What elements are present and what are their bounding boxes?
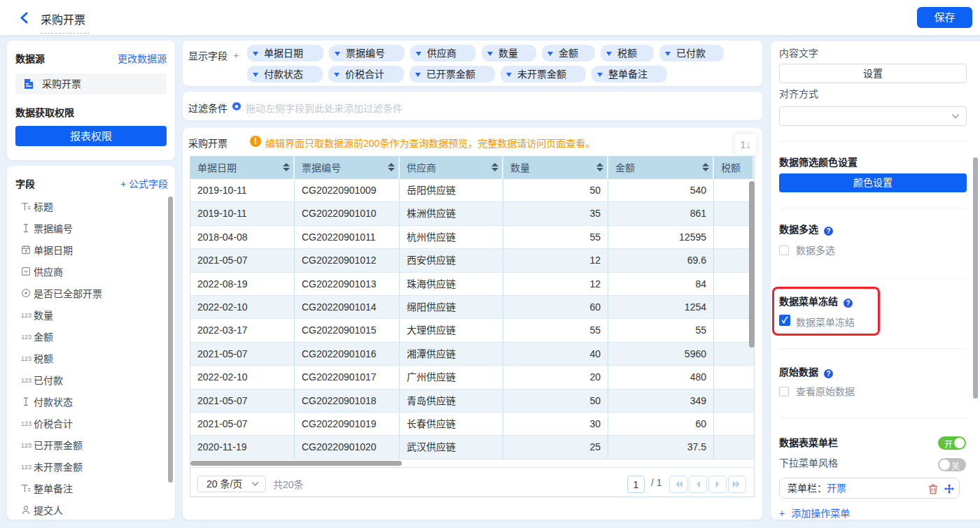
- svg-text:123: 123: [21, 442, 31, 449]
- svg-text:123: 123: [21, 334, 31, 341]
- svg-text:123: 123: [21, 377, 31, 384]
- svg-text:123: 123: [21, 464, 31, 471]
- svg-text:123: 123: [21, 355, 31, 362]
- svg-text:123: 123: [21, 312, 31, 319]
- svg-text:123: 123: [21, 420, 31, 427]
